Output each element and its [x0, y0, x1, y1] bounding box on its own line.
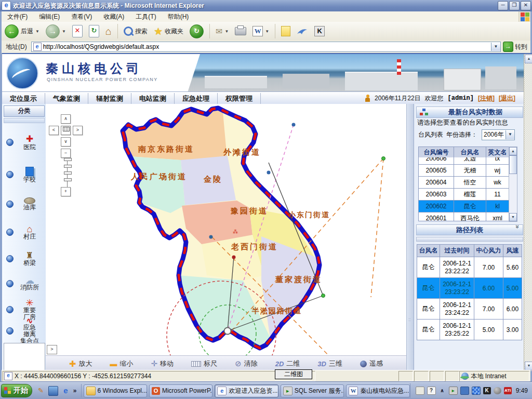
menu-favorites[interactable]: 收藏(A) [98, 11, 130, 22]
tab-emergency-handle[interactable]: 应急处理 [175, 93, 218, 104]
home-button[interactable]: ⌂ [102, 23, 115, 39]
page-scrollbar[interactable]: ▲ ▼ [524, 54, 532, 371]
pan-left-button[interactable]: < [49, 126, 59, 135]
stop-button[interactable]: ✕ [69, 23, 86, 39]
zoom-in-tool[interactable]: ✚ 放大 [69, 359, 92, 369]
zoom-in-step-button[interactable]: + [61, 187, 71, 196]
path-row[interactable]: 昆仑 2006-12-1 23:24:22 7.00 6.00 [417, 299, 522, 320]
tab-station-monitor[interactable]: 电站监测 [131, 93, 175, 104]
horizontal-splitter[interactable] [416, 237, 523, 242]
edit-word-button[interactable]: W ▼ [249, 23, 272, 39]
menu-edit[interactable]: 编辑(E) [33, 11, 65, 22]
zoom-out-step-button[interactable]: − [61, 149, 71, 158]
tab-weather-monitor[interactable]: 气象监测 [45, 93, 88, 104]
zoom-slider-handle[interactable] [64, 158, 72, 161]
tab-permission-manage[interactable]: 权限管理 [218, 93, 261, 104]
msn-grid-tray-icon[interactable] [472, 387, 481, 395]
quicklaunch-ie-icon[interactable]: e [61, 387, 70, 395]
pan-right-button[interactable]: > [73, 126, 83, 135]
pan-up-button[interactable]: ∧ [61, 114, 71, 124]
quicklaunch-more-icon[interactable]: » [73, 387, 77, 394]
typhoon-table-viewport[interactable]: 200606 太虚 tx 200605 无稽 wj 200604 悟空 wk 2… [418, 157, 509, 221]
panel-header[interactable]: 最新台风实时数据 [416, 107, 523, 118]
remote-sensing-tool[interactable]: 遥感 [360, 359, 383, 368]
task-word-doc[interactable]: W 秦山核电站应急... [346, 384, 409, 397]
typhoon-row[interactable]: 200605 无稽 wj [419, 165, 509, 177]
minimize-button[interactable]: ─ [498, 1, 508, 10]
collapse-chevron-icon[interactable]: » [514, 225, 521, 235]
view-2d-tool[interactable]: 2D 二维 [275, 359, 300, 368]
scroll-down-arrow[interactable]: ▼ [509, 213, 517, 221]
track-point-green[interactable] [382, 157, 385, 161]
scroll-up-arrow[interactable]: ▲ [509, 147, 517, 155]
back-button[interactable]: ← 后退 ▼ [2, 23, 43, 39]
favorites-button[interactable]: ★ 收藏夹 [151, 23, 187, 39]
track-point-green[interactable] [322, 294, 325, 298]
typhoon-row[interactable]: 200603 榴莲 11 [419, 189, 509, 201]
sql-tray-icon[interactable]: ▸ [449, 387, 458, 395]
url-text[interactable]: http://localhost/QSgridwebgis/default.as… [43, 43, 491, 50]
typhoon-row[interactable]: 200604 悟空 wk [419, 177, 509, 189]
typhoon-row[interactable]: 200601 西马伦 xml [419, 212, 509, 222]
pan-tool[interactable]: ✛ 移动 [151, 359, 174, 368]
path-row[interactable]: 昆仑 2006-12-1 23:25:22 5.00 3.00 [417, 320, 522, 340]
page-scroll-down[interactable]: ▼ [525, 362, 532, 370]
tab-radiation-monitor[interactable]: 辐射监测 [88, 93, 131, 104]
scroll-thumb[interactable] [509, 155, 517, 174]
back-dropdown-icon[interactable]: ▼ [35, 29, 39, 34]
sidebar-item-school[interactable]: 学校 [2, 160, 46, 189]
round-tray-icon[interactable] [494, 387, 501, 394]
ruler-tool[interactable]: 标尺 [191, 359, 217, 368]
pan-down-button[interactable]: ∨ [61, 137, 71, 147]
menu-tools[interactable]: 工具(T) [130, 11, 162, 22]
track-point-red[interactable] [232, 256, 236, 259]
menu-view[interactable]: 查看(V) [65, 11, 98, 22]
ati-tray-icon[interactable]: ATI [504, 387, 512, 394]
kaspersky-button[interactable]: K [311, 23, 328, 39]
typhoon-row[interactable]: 200606 太虚 tx [419, 157, 509, 165]
url-dropdown-button[interactable]: ▼ [491, 43, 500, 51]
track-point-blue[interactable] [292, 123, 296, 127]
zoom-out-tool[interactable]: ▬ 缩小 [110, 359, 134, 368]
close-button[interactable]: ✕ [521, 1, 531, 10]
sidebar-item-bridge[interactable]: ♜ 桥梁 [2, 246, 46, 271]
tab-locate-display[interactable]: 定位显示 [2, 93, 45, 104]
search-button[interactable]: 搜索 [121, 23, 151, 39]
sidebar-item-fire-station[interactable]: ☁ 消防所 [2, 271, 46, 296]
track-point-blue[interactable] [267, 171, 271, 175]
logout-link[interactable]: [注销] [478, 94, 495, 103]
task-sql-server[interactable]: ▸ SQL Server 服务... [281, 384, 344, 397]
refresh-button[interactable]: ↻ [86, 23, 102, 39]
quicklaunch-pen-icon[interactable]: ✎ [36, 387, 45, 395]
print-button[interactable] [232, 23, 249, 39]
url-input[interactable]: e http://localhost/QSgridwebgis/default.… [31, 42, 501, 52]
mail-button[interactable]: ✉ ▼ [212, 23, 232, 39]
messenger-button[interactable] [294, 23, 311, 39]
path-row-selected[interactable]: 昆仑 2006-12-1 23:23:22 6.00 5.00 [417, 278, 522, 299]
task-windows-explorer-group[interactable]: 6 Windows Expl... ▼ [84, 384, 147, 397]
word-dropdown-icon[interactable]: ▼ [265, 29, 269, 34]
view-3d-tool[interactable]: 3D 三维 [317, 359, 342, 368]
forward-dropdown-icon[interactable]: ▼ [62, 29, 66, 34]
path-row[interactable]: 昆仑 2006-12-1 23:22:22 7.00 5.60 [417, 257, 522, 278]
show-desktop-icon[interactable] [48, 386, 58, 396]
typhoon-row-selected[interactable]: 200602 昆仑 kl [419, 201, 509, 212]
task-powerpoint[interactable]: O Microsoft PowerP... [149, 384, 212, 397]
track-point-blue[interactable] [209, 235, 213, 239]
mail-dropdown-icon[interactable]: ▼ [224, 29, 229, 34]
help-tray-icon[interactable]: ? [427, 387, 436, 395]
tray-expand-icon[interactable]: ∧ [438, 387, 446, 394]
keyboard-layout-icon[interactable] [416, 387, 424, 395]
kaspersky-tray-icon[interactable]: K [483, 387, 491, 394]
start-button[interactable]: 开始 [1, 384, 32, 397]
typhoon-table-scrollbar[interactable]: ▲ ▼ [509, 147, 517, 222]
expand-panel-button[interactable]: > [47, 345, 57, 354]
forward-button[interactable]: → ▼ [43, 23, 69, 39]
task-ie-current[interactable]: e 欢迎进入应急资... [215, 384, 278, 397]
page-scroll-up[interactable]: ▲ [525, 55, 532, 63]
district-map[interactable]: ⁂ 南京东路街道 外滩街道 人民广场街道 金陵 豫园街道 小东门街道 老西门街道… [46, 104, 406, 355]
exit-link[interactable]: [退出] [499, 94, 515, 103]
category-header[interactable]: 分类 [4, 105, 45, 117]
notes-button[interactable] [278, 23, 294, 39]
sidebar-item-village[interactable]: ⌂ 村庄 [2, 219, 46, 245]
